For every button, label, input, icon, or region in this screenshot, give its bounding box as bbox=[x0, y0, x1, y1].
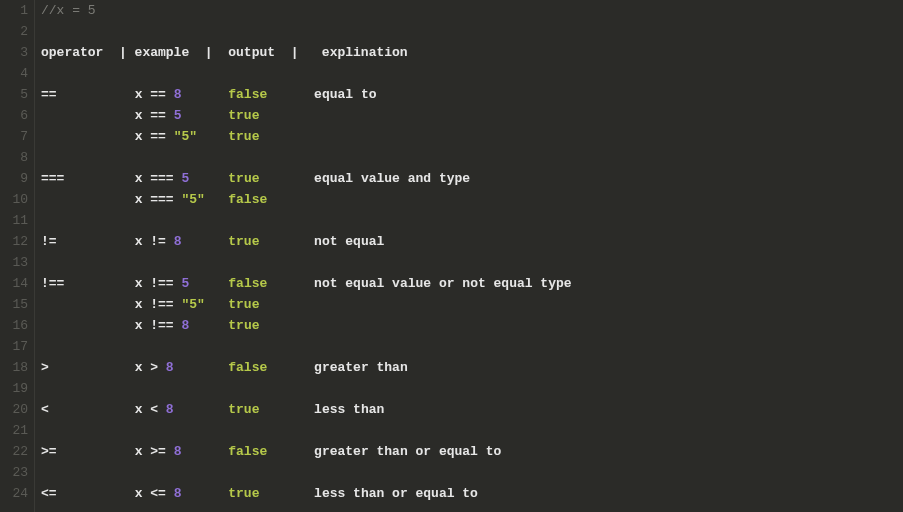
token: true bbox=[228, 234, 259, 249]
token: //x = 5 bbox=[41, 3, 96, 18]
code-line[interactable] bbox=[41, 378, 572, 399]
token bbox=[205, 192, 228, 207]
line-number: 23 bbox=[0, 462, 28, 483]
token bbox=[181, 486, 228, 501]
token: greater than bbox=[267, 360, 407, 375]
line-number: 14 bbox=[0, 273, 28, 294]
code-line[interactable]: >= x >= 8 false greater than or equal to bbox=[41, 441, 572, 462]
code-line[interactable]: operator | example | output | explinatio… bbox=[41, 42, 572, 63]
code-line[interactable]: != x != 8 true not equal bbox=[41, 231, 572, 252]
token: !== bbox=[41, 276, 135, 291]
code-line[interactable]: > x > 8 false greater than bbox=[41, 357, 572, 378]
token bbox=[181, 234, 228, 249]
token: x bbox=[135, 234, 151, 249]
line-number: 24 bbox=[0, 483, 28, 504]
code-line[interactable] bbox=[41, 21, 572, 42]
token: x bbox=[135, 87, 151, 102]
code-line[interactable]: <= x <= 8 true less than or equal to bbox=[41, 483, 572, 504]
token: x bbox=[135, 402, 151, 417]
token: "5" bbox=[174, 129, 197, 144]
code-line[interactable]: x == "5" true bbox=[41, 126, 572, 147]
token: x bbox=[135, 297, 151, 312]
token bbox=[197, 129, 228, 144]
line-number: 21 bbox=[0, 420, 28, 441]
token: not equal bbox=[259, 234, 384, 249]
token bbox=[41, 129, 135, 144]
line-number: 17 bbox=[0, 336, 28, 357]
token: === bbox=[41, 171, 135, 186]
code-line[interactable]: === x === 5 true equal value and type bbox=[41, 168, 572, 189]
token: <= bbox=[150, 486, 173, 501]
token: less than or equal to bbox=[259, 486, 477, 501]
token: x bbox=[135, 444, 151, 459]
token: operator | example | output | explinatio… bbox=[41, 45, 408, 60]
token: > bbox=[41, 360, 135, 375]
token: != bbox=[150, 234, 173, 249]
token: equal to bbox=[267, 87, 376, 102]
token: x bbox=[135, 360, 151, 375]
token: 8 bbox=[166, 360, 174, 375]
code-line[interactable]: x !== 8 true bbox=[41, 315, 572, 336]
code-line[interactable] bbox=[41, 420, 572, 441]
line-number-gutter: 123456789101112131415161718192021222324 bbox=[0, 0, 35, 512]
token: !== bbox=[150, 276, 181, 291]
token: x bbox=[135, 276, 151, 291]
token: true bbox=[228, 486, 259, 501]
token bbox=[189, 276, 228, 291]
line-number: 13 bbox=[0, 252, 28, 273]
token: x bbox=[135, 192, 151, 207]
token: === bbox=[150, 192, 181, 207]
token: != bbox=[41, 234, 135, 249]
token: true bbox=[228, 297, 259, 312]
code-line[interactable]: x !== "5" true bbox=[41, 294, 572, 315]
code-line[interactable]: !== x !== 5 false not equal value or not… bbox=[41, 273, 572, 294]
token: == bbox=[150, 87, 173, 102]
token: x bbox=[135, 129, 151, 144]
code-line[interactable] bbox=[41, 63, 572, 84]
line-number: 6 bbox=[0, 105, 28, 126]
code-line[interactable]: == x == 8 false equal to bbox=[41, 84, 572, 105]
token bbox=[41, 108, 135, 123]
code-line[interactable]: //x = 5 bbox=[41, 0, 572, 21]
code-editor[interactable]: 123456789101112131415161718192021222324 … bbox=[0, 0, 903, 512]
token: < bbox=[41, 402, 135, 417]
token: equal value and type bbox=[260, 171, 471, 186]
code-line[interactable] bbox=[41, 147, 572, 168]
code-line[interactable]: < x < 8 true less than bbox=[41, 399, 572, 420]
line-number: 9 bbox=[0, 168, 28, 189]
token: >= bbox=[41, 444, 135, 459]
line-number: 16 bbox=[0, 315, 28, 336]
line-number: 12 bbox=[0, 231, 28, 252]
line-number: 10 bbox=[0, 189, 28, 210]
token: true bbox=[228, 318, 259, 333]
code-line[interactable]: x == 5 true bbox=[41, 105, 572, 126]
line-number: 22 bbox=[0, 441, 28, 462]
token: x bbox=[135, 486, 151, 501]
token: == bbox=[150, 108, 173, 123]
code-line[interactable]: x === "5" false bbox=[41, 189, 572, 210]
token: true bbox=[228, 108, 259, 123]
token bbox=[174, 360, 229, 375]
token: 8 bbox=[166, 402, 174, 417]
token: true bbox=[228, 171, 259, 186]
token bbox=[189, 171, 228, 186]
token: >= bbox=[150, 444, 173, 459]
token: not equal value or not equal type bbox=[267, 276, 571, 291]
code-line[interactable] bbox=[41, 336, 572, 357]
token: <= bbox=[41, 486, 135, 501]
code-area[interactable]: //x = 5operator | example | output | exp… bbox=[35, 0, 572, 512]
token: "5" bbox=[181, 297, 204, 312]
token: greater than or equal to bbox=[267, 444, 501, 459]
token: x bbox=[135, 318, 151, 333]
token: false bbox=[228, 87, 267, 102]
line-number: 4 bbox=[0, 63, 28, 84]
token: false bbox=[228, 444, 267, 459]
line-number: 15 bbox=[0, 294, 28, 315]
token: true bbox=[228, 129, 259, 144]
code-line[interactable] bbox=[41, 252, 572, 273]
line-number: 11 bbox=[0, 210, 28, 231]
token: false bbox=[228, 276, 267, 291]
code-line[interactable] bbox=[41, 210, 572, 231]
token: == bbox=[41, 87, 135, 102]
code-line[interactable] bbox=[41, 462, 572, 483]
